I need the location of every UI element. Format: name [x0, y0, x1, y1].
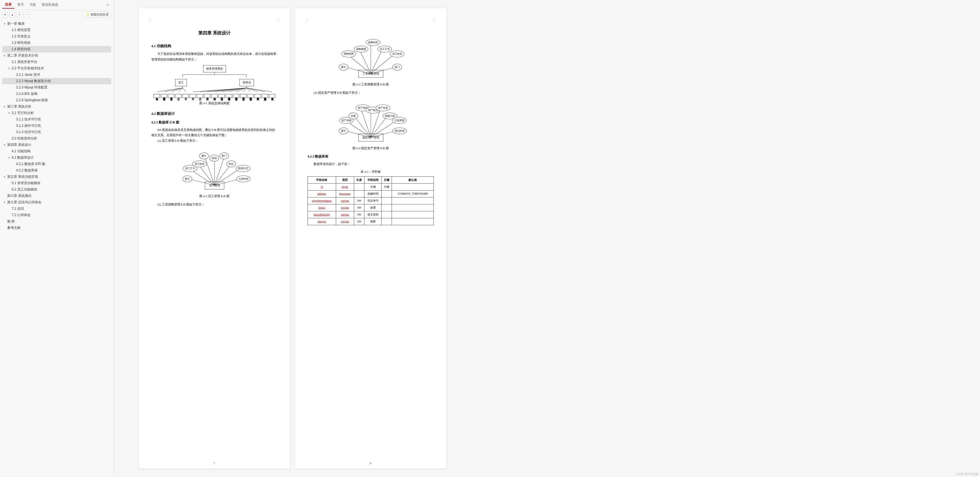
page-8: 索引调整原因调整额度调整时间员工工号员工姓名部门工资调整管理 图 4-3 工资调…: [295, 8, 446, 469]
sparkle-icon: ✨: [86, 13, 89, 16]
chapter-title: 第四章 系统设计: [151, 29, 278, 37]
toc-item[interactable]: 2.2.2 Mysql 数据库介绍: [2, 78, 111, 84]
toc-item[interactable]: 4.2.1 数据库 E/R 图: [2, 161, 111, 167]
toc-item[interactable]: 第六章 系统测试: [2, 193, 111, 199]
toc-item[interactable]: 4.1 功能结构: [2, 148, 111, 154]
toc-item[interactable]: 1.2 开发意义: [2, 33, 111, 40]
document-area[interactable]: 第四章 系统设计 4.1 功能结构 为了更好的去理清本系统整体思路，对该系统以结…: [114, 0, 980, 477]
para-41: 为了更好的去理清本系统整体思路，对该系统以结构图的形式表达出来，设计实现该财务管…: [151, 51, 278, 62]
figure-4-1: 财务管理系统 员工 管理员 系统管理工资调整管理员工工资管理个人中心首页首页个人…: [151, 65, 278, 98]
toc-item[interactable]: ▼2.2 平台开发相关技术: [2, 65, 111, 71]
toc-item[interactable]: ▼第二章 开发技术介绍: [2, 52, 111, 59]
toc-item[interactable]: ▼第三章 系统分析: [2, 103, 111, 110]
toc-item[interactable]: 3.1.1 技术可行性: [2, 116, 111, 123]
toc-item[interactable]: ▼第四章 系统设计: [2, 142, 111, 148]
toc-item[interactable]: 3.1.3 经济可行性: [2, 129, 111, 135]
toc-item[interactable]: 3.2 性能需求分析: [2, 135, 111, 142]
toc-tree: ▼第一章 概述1.1 研究背景1.2 开发意义1.3 研究现状1.4 研究内容▼…: [0, 19, 113, 477]
page-7: 第四章 系统设计 4.1 功能结构 为了更好的去理清本系统整体思路，对该系统以结…: [139, 8, 290, 469]
toc-item[interactable]: 2.1 系统开发平台: [2, 59, 111, 65]
sidebar-tabs: 目录 章节 书签 查找和替换 ✕: [0, 0, 113, 10]
toc-item[interactable]: 1.4 研究内容: [2, 46, 111, 52]
caption-4-3: 图 4-3 工资调整管理 E/R 图: [307, 82, 434, 87]
table-4-1: 字段名称类型长度字段说明主键默认值idbigint主键主键addtimetime…: [307, 176, 434, 225]
toc-item[interactable]: ▼4.2 数据库设计: [2, 154, 111, 161]
toc-item[interactable]: ▼第七章 总结与心得体会: [2, 199, 111, 206]
add-icon[interactable]: +: [17, 12, 22, 17]
section-421: 4.2.1 数据库 E/R 图: [151, 119, 278, 126]
tab-bookmark[interactable]: 书签: [27, 2, 39, 8]
figure-4-4: 索引资产名称封面资产类别资产状态资产价值风险计提计提原因登记时间固定资产管理: [324, 100, 418, 141]
toc-item[interactable]: 4.2.2 数据库表: [2, 167, 111, 174]
table-caption-4-1: 表 4-1：序时账: [307, 169, 434, 175]
para-43: (3) 固定资产管理 E/R 图如下所示：: [307, 90, 434, 96]
para-44: 数据库表的设计，如下表：: [307, 162, 434, 167]
toc-item[interactable]: 5.2 员工功能模块: [2, 186, 111, 193]
tab-toc[interactable]: 目录: [2, 1, 14, 9]
figure-4-3: 索引调整原因调整额度调整时间员工工号员工姓名部门工资调整管理: [324, 33, 418, 78]
tab-chapter[interactable]: 章节: [14, 2, 27, 8]
caption-4-2: 图 4-2 员工管理 E/R 图: [151, 193, 278, 199]
tab-findreplace[interactable]: 查找和替换: [39, 2, 61, 8]
toc-item[interactable]: 5.1 管理员功能模块: [2, 180, 111, 186]
toc-item[interactable]: 1.1 研究背景: [2, 27, 111, 33]
para-42b: (2) 工资调整管理 E/R 图如下所示：: [151, 202, 278, 208]
toc-item[interactable]: 1.3 研究现状: [2, 40, 111, 46]
toc-toolbar: ▾ ▴ + − ✨ 智能识别目录: [0, 10, 113, 19]
svg-line-15: [221, 88, 246, 92]
watermark: CSDN @HTE模极: [956, 472, 978, 476]
toc-item[interactable]: 致 谢: [2, 218, 111, 225]
svg-line-22: [247, 88, 272, 92]
smart-toc-button[interactable]: ✨ 智能识别目录: [83, 12, 111, 17]
section-422: 4.2.2 数据库表: [307, 154, 434, 160]
toc-item[interactable]: 3.1.2 操作可行性: [2, 123, 111, 129]
expand-down-icon[interactable]: ▾: [2, 12, 8, 17]
sidebar: 目录 章节 书签 查找和替换 ✕ ▾ ▴ + − ✨ 智能识别目录 ▼第一章 概…: [0, 0, 114, 477]
toc-item[interactable]: ▼第一章 概述: [2, 21, 111, 27]
remove-icon[interactable]: −: [24, 12, 29, 17]
section-41: 4.1 功能结构: [151, 43, 278, 49]
toc-item[interactable]: 2.2.1 Javar 技术: [2, 71, 111, 78]
toc-item[interactable]: ▼3.1 可行性分析: [2, 110, 111, 116]
toc-item[interactable]: 2.2.3 Mysql 环境配置: [2, 84, 111, 91]
toc-item[interactable]: ▼第五章 系统功能实现: [2, 174, 111, 180]
svg-line-6: [157, 88, 182, 92]
figure-4-2: 索引员工工号员工姓名图片性别部门职位联系方式入职时间员工管理: [167, 148, 262, 189]
section-42: 4.2 数据库设计: [151, 110, 278, 117]
caption-4-4: 图 4-4 固定资产管理 E/R 图: [307, 146, 434, 151]
toc-item[interactable]: 7.2 心得体会: [2, 212, 111, 218]
toc-item[interactable]: 参考文献: [2, 225, 111, 231]
svg-line-10: [183, 88, 186, 92]
toc-item[interactable]: 7.1 总结: [2, 206, 111, 212]
toc-item[interactable]: 2.2.4 B/S 架构: [2, 91, 111, 97]
toc-item[interactable]: 2.2.5 Springboot 框架: [2, 97, 111, 103]
para-42a: (1) 员工管理 E/R 图如下所示：: [151, 138, 278, 144]
caption-4-1: 图 4-1 系统总体结构图: [151, 101, 278, 106]
close-icon[interactable]: ✕: [104, 3, 111, 7]
collapse-up-icon[interactable]: ▴: [10, 12, 15, 17]
para-42: ER 图是由实体及其关系构成的图，通过 E/R 图可以清楚地描述系统涉及到的实体…: [151, 127, 278, 138]
